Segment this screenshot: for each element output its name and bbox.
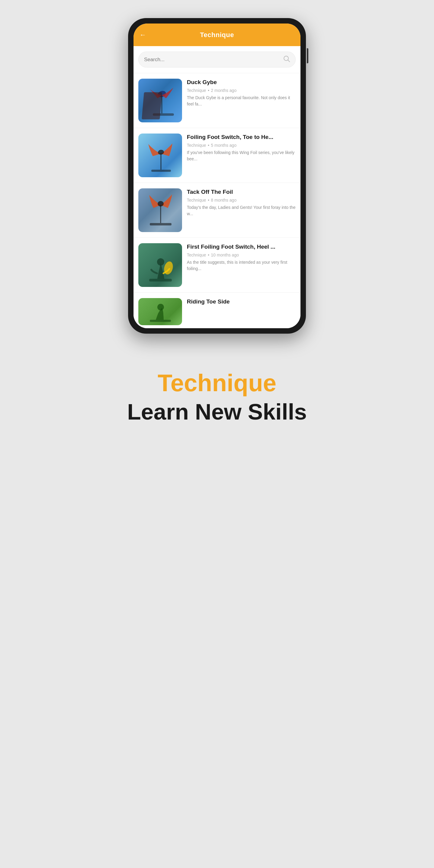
bottom-title-orange: Technique <box>158 370 276 396</box>
article-thumbnail <box>138 298 182 325</box>
svg-line-1 <box>288 60 290 62</box>
article-meta: Technique 8 months ago <box>187 198 296 203</box>
article-title: Tack Off The Foil <box>187 188 296 196</box>
article-thumbnail <box>138 188 182 232</box>
bottom-title-black: Learn New Skills <box>127 399 307 424</box>
article-age: 2 months ago <box>211 88 237 93</box>
article-excerpt: If you've been following this Wing Foil … <box>187 150 296 162</box>
article-item[interactable]: Foiling Foot Switch, Toe to He... Techni… <box>133 128 301 183</box>
article-category: Technique <box>187 198 206 203</box>
svg-rect-2 <box>153 113 174 116</box>
article-excerpt: Today's the day, Ladies and Gents! Your … <box>187 204 296 217</box>
bottom-section: Technique Learn New Skills <box>0 334 434 448</box>
article-thumbnail <box>138 243 182 287</box>
article-category: Technique <box>187 253 206 257</box>
articles-list: Duck Gybe Technique 2 months ago The Duc… <box>133 73 301 328</box>
article-content: Duck Gybe Technique 2 months ago The Duc… <box>187 79 296 122</box>
svg-rect-14 <box>150 320 171 322</box>
article-title: First Foiling Foot Switch, Heel ... <box>187 243 296 251</box>
meta-dot <box>208 145 209 146</box>
article-content: Riding Toe Side <box>187 298 296 325</box>
svg-point-15 <box>157 304 164 310</box>
article-age: 5 months ago <box>211 143 237 148</box>
article-meta: Technique 10 months ago <box>187 253 296 257</box>
svg-rect-8 <box>150 223 172 225</box>
article-excerpt: The Duck Gybe is a personal favourite. N… <box>187 95 296 107</box>
svg-rect-11 <box>149 279 172 281</box>
article-content: First Foiling Foot Switch, Heel ... Tech… <box>187 243 296 287</box>
search-input[interactable] <box>144 57 283 63</box>
phone-container: ← Technique <box>128 12 306 334</box>
article-age: 10 months ago <box>211 253 239 257</box>
article-meta: Technique 5 months ago <box>187 143 296 148</box>
article-item[interactable]: Tack Off The Foil Technique 8 months ago… <box>133 183 301 238</box>
meta-dot <box>208 199 209 201</box>
header: ← Technique <box>133 24 301 46</box>
article-content: Foiling Foot Switch, Toe to He... Techni… <box>187 133 296 177</box>
article-category: Technique <box>187 88 206 93</box>
article-title: Duck Gybe <box>187 79 296 86</box>
article-item[interactable]: Riding Toe Side <box>133 293 301 328</box>
meta-dot <box>208 90 209 91</box>
article-excerpt: As the title suggests, this is intended … <box>187 259 296 272</box>
phone-side-button <box>307 48 308 63</box>
search-container <box>133 46 301 73</box>
search-icon <box>283 56 290 64</box>
phone-frame: ← Technique <box>128 18 306 334</box>
article-meta: Technique 2 months ago <box>187 88 296 93</box>
article-thumbnail <box>138 133 182 177</box>
article-content: Tack Off The Foil Technique 8 months ago… <box>187 188 296 232</box>
article-item[interactable]: First Foiling Foot Switch, Heel ... Tech… <box>133 238 301 293</box>
back-button[interactable]: ← <box>140 31 146 39</box>
svg-point-12 <box>157 258 164 266</box>
article-thumbnail <box>138 79 182 122</box>
article-title: Foiling Foot Switch, Toe to He... <box>187 133 296 141</box>
phone-inner: ← Technique <box>133 24 301 328</box>
article-title: Riding Toe Side <box>187 298 296 306</box>
svg-rect-5 <box>151 170 171 172</box>
search-input-wrapper <box>138 52 296 67</box>
article-item[interactable]: Duck Gybe Technique 2 months ago The Duc… <box>133 73 301 128</box>
header-title: Technique <box>200 31 234 39</box>
article-age: 8 months ago <box>211 198 237 203</box>
meta-dot <box>208 254 209 255</box>
page-wrapper: ← Technique <box>0 12 434 448</box>
article-category: Technique <box>187 143 206 148</box>
